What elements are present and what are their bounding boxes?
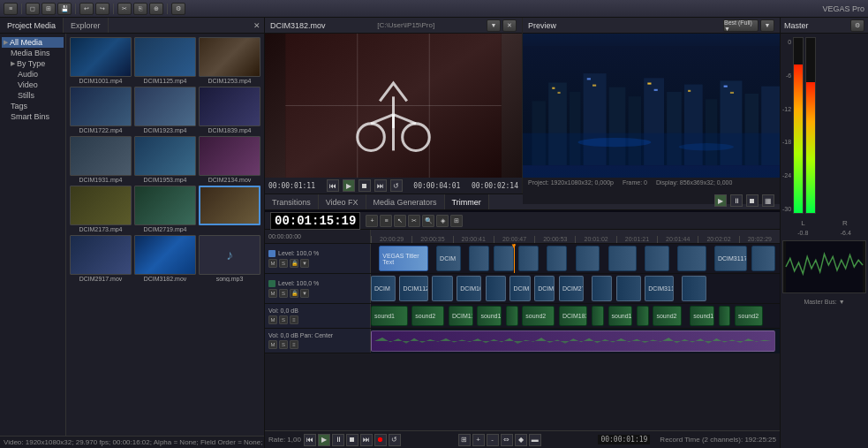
tl-pause-btn[interactable]: ⏸ [332,434,344,446]
list-item[interactable]: DCIM1125.mp4 [134,37,196,84]
meter-options-btn[interactable]: ⚙ [850,19,864,32]
program-pause-btn[interactable]: ⏸ [730,194,743,207]
clip-vegas-title[interactable]: VEGAS Titler Text [379,246,428,271]
track-collapse-btn[interactable]: ▼ [300,289,309,298]
tree-item-tags[interactable]: Tags [2,101,64,111]
tl-btn-zoom[interactable]: 🔍 [422,215,434,227]
clip-audio[interactable]: sound1 [371,306,408,326]
list-item[interactable]: ♪ song.mp3 [199,235,260,282]
clip-video[interactable] [645,246,669,271]
tl-region-btn[interactable]: ▬ [529,434,541,446]
clip-video[interactable] [592,276,612,301]
clip-audio[interactable]: sound1 [477,306,502,326]
clip-video[interactable] [518,246,539,271]
track-lock-btn[interactable]: 🔒 [290,259,298,268]
clip-audio[interactable] [719,306,731,326]
clip-video[interactable] [494,246,514,271]
list-item[interactable]: DCIM2173.mp4 [70,186,132,232]
tl-btn-select[interactable]: ↖ [394,215,406,227]
track-solo-btn[interactable]: S [279,259,288,268]
clip-audio[interactable]: sound1 [690,306,714,326]
clip-music[interactable] [371,330,775,352]
clip-audio[interactable] [506,306,518,326]
track-mute-btn[interactable]: M [268,259,277,268]
tab-transitions[interactable]: Transitions [265,194,319,209]
tl-btn-cut[interactable]: ✂ [408,215,420,227]
tree-item-all-media[interactable]: ▶ All Media [2,37,64,48]
preview-best-btn[interactable]: Best (Full) ▼ [723,19,759,32]
track-mute-btn[interactable]: M [268,289,277,298]
clip-video[interactable] [432,276,452,301]
list-item[interactable] [199,186,260,232]
clip-video[interactable]: DCIM [371,276,396,301]
tab-media-generators[interactable]: Media Generators [366,194,445,209]
copy-button[interactable]: ⎘ [133,3,147,15]
clip-video[interactable]: DCIM1125 [399,276,427,301]
source-rewind-btn[interactable]: ⏮ [327,179,339,192]
clip-video[interactable] [677,246,706,271]
clip-video[interactable] [469,246,489,271]
clip-video[interactable]: DCIM3117 [714,246,747,271]
tree-item-media-bins[interactable]: Media Bins [2,48,64,58]
clip-video[interactable] [486,276,506,301]
clip-audio[interactable]: sound2 [411,306,444,326]
clip-audio[interactable] [592,306,604,326]
list-item[interactable]: DCIM1953.mp4 [134,136,196,183]
track-solo-btn[interactable]: S [279,340,288,349]
list-item[interactable]: DCIM2917.mov [70,235,132,282]
tree-item-audio[interactable]: Audio [2,69,64,80]
tab-trimmer[interactable]: Trimmer [445,194,489,209]
clip-video[interactable] [608,246,637,271]
list-item[interactable]: DCIM1722.mp4 [70,87,132,133]
tl-fit-btn[interactable]: ⇔ [501,434,513,446]
clip-video[interactable] [616,276,641,301]
list-item[interactable]: DCIM1931.mp4 [70,136,132,183]
tl-btn-envelope[interactable]: ◈ [436,215,449,227]
clip-video[interactable]: DCIM2712 [559,276,584,301]
tl-marker-btn[interactable]: ◆ [515,434,527,446]
list-item[interactable]: DCIM2719.mp4 [134,186,196,232]
clip-video[interactable] [751,246,776,271]
source-play-btn[interactable]: ▶ [343,179,355,192]
tree-item-smart-bins[interactable]: Smart Bins [2,111,64,122]
list-item[interactable]: DCIM2134.mov [199,136,260,183]
redo-button[interactable]: ↪ [95,3,109,15]
tl-snap-btn[interactable]: ⊞ [458,434,471,446]
new-button[interactable]: ◻ [26,3,40,15]
tl-loop-btn[interactable]: ↺ [389,434,401,446]
clip-audio[interactable]: sound2 [653,306,681,326]
clip-video[interactable]: DCIM3117 [645,276,673,301]
cut-button[interactable]: ✂ [117,3,132,15]
clip-audio[interactable]: sound2 [522,306,555,326]
tab-project-media[interactable]: Project Media [0,18,64,33]
tl-play-btn[interactable]: ▶ [318,434,330,446]
settings-button[interactable]: ⚙ [171,3,185,15]
track-lock-btn[interactable]: 🔒 [290,289,298,298]
track-solo-btn[interactable]: S [279,315,288,324]
tl-btn-add-track[interactable]: + [366,215,378,227]
tree-item-by-type[interactable]: ▶ By Type [2,58,64,69]
track-vol-btn2[interactable]: ≡ [290,340,298,349]
tl-zoom-out-btn[interactable]: - [487,434,499,446]
list-item[interactable]: DCIM1839.mp4 [199,87,260,133]
clip-video[interactable] [547,246,567,271]
track-mute-btn[interactable]: M [268,315,277,324]
track-solo-btn[interactable]: S [279,289,288,298]
program-play-btn[interactable]: ▶ [714,194,727,207]
tab-explorer[interactable]: Explorer [64,18,109,33]
undo-button[interactable]: ↩ [79,3,94,15]
source-loop-btn[interactable]: ↺ [390,179,403,192]
tree-item-stills[interactable]: Stills [2,90,64,101]
clip-video[interactable]: DCIM [534,276,555,301]
clip-audio[interactable]: sound1 [608,306,633,326]
list-item[interactable]: DCIM1253.mp4 [199,37,260,84]
source-options-btn[interactable]: ▼ [487,19,501,32]
clip-audio[interactable]: DCIM1839 [559,306,587,326]
tab-video-fx[interactable]: Video FX [319,194,366,209]
clip-video[interactable]: DCIM1082 [457,276,481,301]
clip-video[interactable] [682,276,706,301]
clip-audio[interactable]: sound2 [735,306,763,326]
tl-record-btn[interactable]: ⏺ [374,434,387,446]
tl-rewind-btn[interactable]: ⏮ [304,434,316,446]
track-mute-btn[interactable]: M [268,340,277,349]
